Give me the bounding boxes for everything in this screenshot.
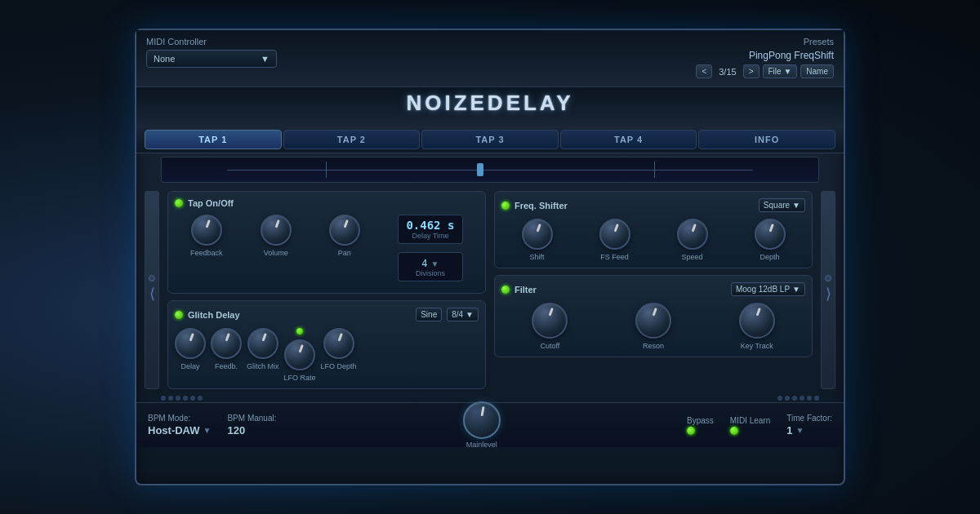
cutoff-knob[interactable] (532, 303, 568, 339)
bpm-mode-value: Host-DAW (148, 424, 200, 436)
right-rail-icon: ⟩ (826, 285, 831, 303)
presets-controls: < 3/15 > File ▼ Name (654, 64, 834, 78)
glitch-mix-knob[interactable] (247, 328, 278, 359)
right-rail-dot (825, 275, 831, 281)
glitch-divisions-dropdown[interactable]: 8/4 ▼ (447, 308, 479, 321)
depth-knob-container: Depth (755, 219, 786, 261)
filter-title: Filter (514, 285, 537, 295)
filter-mode-value: Moog 12dB LP (736, 285, 790, 294)
freq-mode-arrow: ▼ (792, 201, 800, 210)
freq-shifter-controls: Square ▼ (759, 198, 805, 212)
divisions-label: Divisions (405, 269, 456, 277)
glitch-delay-led[interactable] (175, 311, 183, 319)
lfo-rate-knob-container: LFO Rate (284, 328, 316, 382)
freq-mode-value: Square (764, 201, 790, 210)
time-factor-label: Time Factor: (786, 414, 832, 423)
tap-on-off-section: Tap On/Off Feedback Volume (167, 191, 486, 294)
bpm-mode-label: BPM Mode: (148, 414, 211, 423)
timeline-line (227, 170, 752, 171)
feedback-label: Feedback (190, 249, 223, 257)
reson-knob[interactable] (635, 303, 671, 339)
timeline-marker[interactable] (477, 163, 483, 176)
preset-name-button[interactable]: Name (800, 64, 834, 78)
lfo-depth-knob-container: LFO Depth (321, 328, 357, 382)
midi-arrow-icon: ▼ (261, 54, 270, 64)
filter-controls: Moog 12dB LP ▼ (731, 282, 805, 296)
midi-learn-section: MIDI Learn (730, 416, 770, 435)
glitch-delay-header: Glitch Delay Sine 8/4 ▼ (175, 308, 479, 321)
divisions-value: 4 (421, 258, 427, 269)
midi-label: MIDI Controller (146, 37, 293, 47)
tabs-bar: TAP 1 TAP 2 TAP 3 TAP 4 INFO (136, 126, 844, 153)
depth-knob[interactable] (755, 219, 786, 250)
preset-name: PingPong FreqShift (654, 50, 834, 61)
preset-prev-button[interactable]: < (696, 64, 712, 78)
shift-knob[interactable] (522, 219, 553, 250)
glitch-knob-row: Delay Feedb. Glitch Mix (175, 328, 479, 382)
preset-file-button[interactable]: File ▼ (763, 64, 798, 78)
filter-mode-arrow: ▼ (792, 285, 800, 294)
left-panel: Tap On/Off Feedback Volume (167, 191, 486, 389)
lfo-depth-label: LFO Depth (321, 362, 357, 370)
feedback-knob[interactable] (191, 215, 222, 246)
tab-info[interactable]: INFO (698, 130, 835, 149)
bpm-manual-value[interactable]: 120 (227, 424, 276, 436)
volume-knob-container: Volume (261, 215, 292, 286)
freq-shifter-led[interactable] (501, 202, 510, 210)
speed-knob[interactable] (677, 219, 708, 250)
preset-next-button[interactable]: > (743, 64, 760, 78)
center-content: Tap On/Off Feedback Volume (167, 191, 813, 389)
tap-on-off-title: Tap On/Off (188, 198, 234, 208)
time-factor-arrow[interactable]: ▼ (795, 426, 804, 435)
glitch-delay-label: Delay (180, 362, 199, 370)
glitch-delay-controls: Sine 8/4 ▼ (416, 308, 479, 321)
volume-label: Volume (264, 249, 288, 257)
mainlevel-label: Mainlevel (466, 441, 497, 449)
tap-knob-row: Feedback Volume Pan (175, 215, 479, 286)
filter-header: Filter Moog 12dB LP ▼ (501, 282, 805, 296)
pan-label: Pan (338, 249, 351, 257)
reson-label: Reson (643, 342, 664, 350)
glitch-divisions-value: 8/4 (452, 310, 463, 319)
glitch-mode-dropdown[interactable]: Sine (416, 308, 442, 321)
divisions-display: 4 ▼ Divisions (398, 252, 463, 281)
bpm-mode-arrow[interactable]: ▼ (203, 426, 212, 435)
midi-learn-led[interactable] (730, 427, 738, 435)
timeline-div2 (654, 162, 655, 178)
pan-knob[interactable] (329, 215, 360, 246)
filter-mode-dropdown[interactable]: Moog 12dB LP ▼ (731, 282, 805, 296)
divisions-arrow[interactable]: ▼ (431, 259, 439, 268)
key-track-knob[interactable] (739, 303, 775, 339)
lfo-rate-knob[interactable] (284, 339, 315, 370)
freq-knob-row: Shift FS Feed Speed Depth (501, 219, 805, 261)
lfo-depth-knob[interactable] (323, 328, 354, 359)
glitch-delay-knob[interactable] (175, 328, 206, 359)
glitch-delay-knob-container: Delay (175, 328, 206, 382)
plugin-logo: NOIZEDELAY (136, 91, 844, 116)
reson-knob-container: Reson (635, 303, 671, 350)
bypass-led[interactable] (687, 427, 695, 435)
timeline-bar (161, 157, 819, 183)
tap-on-off-led[interactable] (175, 199, 183, 207)
filter-section: Filter Moog 12dB LP ▼ Cutoff (494, 275, 813, 357)
glitch-feedb-knob[interactable] (211, 328, 242, 359)
mainlevel-knob[interactable] (463, 401, 501, 439)
glitch-mode-value: Sine (421, 310, 437, 319)
plugin-window: MIDI Controller None ▼ Presets PingPong … (135, 29, 845, 485)
tab-tap1[interactable]: TAP 1 (145, 130, 282, 149)
feedback-knob-container: Feedback (190, 215, 223, 286)
filter-led[interactable] (501, 286, 510, 294)
glitch-mix-label: Glitch Mix (247, 362, 279, 370)
key-track-label: Key Track (741, 342, 773, 350)
fs-feed-knob[interactable] (599, 219, 630, 250)
volume-knob[interactable] (261, 215, 292, 246)
bottom-bar: BPM Mode: Host-DAW ▼ BPM Manual: 120 Mai… (136, 402, 844, 447)
key-track-knob-container: Key Track (739, 303, 775, 350)
shift-knob-container: Shift (522, 219, 553, 261)
tab-tap3[interactable]: TAP 3 (421, 130, 559, 149)
tab-tap2[interactable]: TAP 2 (283, 130, 421, 149)
freq-mode-dropdown[interactable]: Square ▼ (759, 198, 805, 212)
left-rail-icon: ⟨ (149, 285, 155, 303)
tab-tap4[interactable]: TAP 4 (560, 130, 697, 149)
midi-dropdown[interactable]: None ▼ (146, 50, 277, 68)
